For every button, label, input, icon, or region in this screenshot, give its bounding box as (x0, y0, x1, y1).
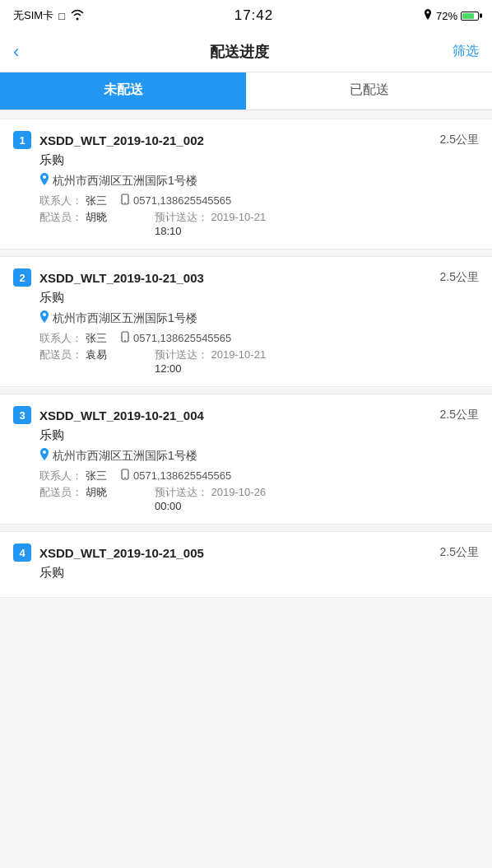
estimated-label: 预计送达： 2019-10-21 (155, 348, 266, 362)
order-shop: 乐购 (13, 152, 479, 168)
pin-icon (39, 310, 49, 326)
status-carrier: 无SIM卡 □ (13, 8, 85, 23)
svg-point-7 (43, 450, 46, 454)
order-card[interactable]: 3 XSDD_WLT_2019-10-21_004 2.5公里 乐购 杭州市西湖… (0, 394, 492, 525)
pin-icon (39, 173, 49, 189)
order-distance: 2.5公里 (440, 545, 479, 560)
estimated-time: 18:10 (155, 225, 182, 237)
battery-icon (461, 12, 479, 21)
delivery-label: 配送员： (39, 210, 86, 225)
contact-row: 联系人： 张三 0571,138625545565 (13, 331, 479, 346)
delivery-value: 胡晓 (86, 210, 107, 225)
filter-button[interactable]: 筛选 (453, 43, 479, 60)
card-header: 3 XSDD_WLT_2019-10-21_004 2.5公里 (13, 406, 479, 424)
delivery-left: 配送员： 胡晓 (39, 485, 155, 500)
order-id: XSDD_WLT_2019-10-21_005 (39, 546, 204, 560)
delivery-value: 袁易 (86, 348, 107, 362)
contact-value: 张三 (86, 194, 107, 208)
order-index: 2 (13, 268, 31, 287)
order-distance: 2.5公里 (440, 270, 479, 285)
estimated-time: 12:00 (155, 362, 182, 375)
svg-point-1 (43, 175, 46, 179)
carrier-text: 无SIM卡 (13, 8, 53, 23)
order-card[interactable]: 2 XSDD_WLT_2019-10-21_003 2.5公里 乐购 杭州市西湖… (0, 256, 492, 387)
card-header: 1 XSDD_WLT_2019-10-21_002 2.5公里 (13, 131, 479, 149)
card-header-left: 4 XSDD_WLT_2019-10-21_005 (13, 544, 204, 562)
order-shop: 乐购 (13, 427, 479, 443)
order-address: 杭州市西湖区五洲国际1号楼 (13, 173, 479, 189)
order-card[interactable]: 4 XSDD_WLT_2019-10-21_005 2.5公里 乐购 (0, 531, 492, 598)
estimated-label: 预计送达： 2019-10-26 (155, 485, 266, 500)
order-id: XSDD_WLT_2019-10-21_003 (39, 271, 204, 285)
order-list: 1 XSDD_WLT_2019-10-21_002 2.5公里 乐购 杭州市西湖… (0, 110, 492, 613)
pin-icon (39, 448, 49, 464)
phone-icon (120, 469, 130, 483)
delivery-right: 预计送达： 2019-10-21 12:00 (155, 348, 266, 375)
order-index: 3 (13, 406, 31, 424)
sim-icon: □ (58, 10, 65, 22)
phone-group: 0571,138625545565 (120, 469, 231, 483)
phone-value: 0571,138625545565 (133, 332, 231, 344)
address-text: 杭州市西湖区五洲国际1号楼 (53, 174, 197, 189)
delivery-right: 预计送达： 2019-10-26 00:00 (155, 485, 266, 512)
phone-value: 0571,138625545565 (133, 194, 231, 207)
card-header-left: 3 XSDD_WLT_2019-10-21_004 (13, 406, 204, 424)
back-button[interactable]: ‹ (13, 38, 26, 66)
nav-bar: ‹ 配送进度 筛选 (0, 31, 492, 72)
order-id: XSDD_WLT_2019-10-21_004 (39, 408, 204, 422)
card-header-left: 2 XSDD_WLT_2019-10-21_003 (13, 268, 204, 287)
order-index: 1 (13, 131, 31, 149)
order-id: XSDD_WLT_2019-10-21_002 (39, 133, 204, 147)
order-distance: 2.5公里 (440, 408, 479, 422)
phone-icon (120, 194, 130, 208)
card-header: 4 XSDD_WLT_2019-10-21_005 2.5公里 (13, 544, 479, 562)
address-text: 杭州市西湖区五洲国际1号楼 (53, 311, 197, 326)
svg-point-6 (124, 340, 126, 342)
contact-value: 张三 (86, 331, 107, 346)
status-time: 17:42 (234, 7, 274, 24)
phone-icon (120, 331, 130, 345)
estimated-label: 预计送达： 2019-10-21 (155, 210, 266, 225)
delivery-value: 胡晓 (86, 485, 107, 500)
status-bar: 无SIM卡 □ 17:42 72% (0, 0, 492, 31)
phone-group: 0571,138625545565 (120, 331, 231, 345)
delivery-label: 配送员： (39, 348, 86, 362)
battery-percent: 72% (436, 10, 457, 22)
svg-point-9 (124, 478, 126, 479)
phone-group: 0571,138625545565 (120, 194, 231, 208)
delivery-row: 配送员： 袁易 预计送达： 2019-10-21 12:00 (13, 348, 479, 375)
order-distance: 2.5公里 (440, 133, 479, 147)
estimated-time: 00:00 (155, 500, 182, 512)
delivery-left: 配送员： 胡晓 (39, 210, 155, 225)
order-shop: 乐购 (13, 290, 479, 306)
contact-value: 张三 (86, 469, 107, 483)
delivery-right: 预计送达： 2019-10-21 18:10 (155, 210, 266, 237)
wifi-icon (70, 9, 85, 23)
order-card[interactable]: 1 XSDD_WLT_2019-10-21_002 2.5公里 乐购 杭州市西湖… (0, 119, 492, 250)
delivery-label: 配送员： (39, 485, 86, 500)
location-status-icon (423, 9, 433, 23)
phone-value: 0571,138625545565 (133, 469, 231, 482)
tab-undelivered-label: 未配送 (104, 82, 143, 99)
order-index: 4 (13, 544, 31, 562)
contact-label: 联系人： (39, 331, 86, 346)
contact-row: 联系人： 张三 0571,138625545565 (13, 469, 479, 483)
contact-label: 联系人： (39, 194, 86, 208)
delivery-row: 配送员： 胡晓 预计送达： 2019-10-26 00:00 (13, 485, 479, 512)
card-header-left: 1 XSDD_WLT_2019-10-21_002 (13, 131, 204, 149)
svg-point-4 (43, 313, 46, 316)
page-title: 配送进度 (210, 42, 269, 62)
delivery-row: 配送员： 胡晓 预计送达： 2019-10-21 18:10 (13, 210, 479, 237)
svg-point-0 (426, 11, 429, 13)
card-header: 2 XSDD_WLT_2019-10-21_003 2.5公里 (13, 268, 479, 287)
order-address: 杭州市西湖区五洲国际1号楼 (13, 448, 479, 464)
delivery-left: 配送员： 袁易 (39, 348, 155, 362)
tab-delivered-label: 已配送 (350, 82, 389, 99)
tab-delivered[interactable]: 已配送 (246, 72, 492, 110)
svg-point-3 (124, 203, 126, 204)
order-shop: 乐购 (13, 565, 479, 581)
contact-row: 联系人： 张三 0571,138625545565 (13, 194, 479, 208)
tab-undelivered[interactable]: 未配送 (0, 72, 246, 110)
address-text: 杭州市西湖区五洲国际1号楼 (53, 449, 197, 464)
tab-bar: 未配送 已配送 (0, 72, 492, 110)
